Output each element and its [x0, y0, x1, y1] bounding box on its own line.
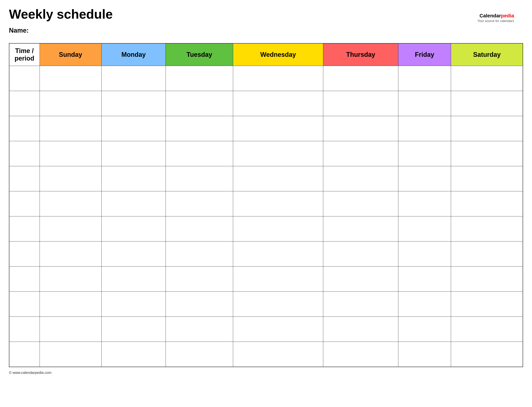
schedule-cell[interactable]: [166, 91, 233, 116]
schedule-cell[interactable]: [323, 66, 398, 91]
schedule-cell[interactable]: [398, 66, 451, 91]
schedule-cell[interactable]: [39, 141, 102, 166]
schedule-cell[interactable]: [39, 342, 102, 367]
schedule-cell[interactable]: [233, 191, 323, 216]
schedule-cell[interactable]: [451, 191, 523, 216]
schedule-cell[interactable]: [233, 317, 323, 342]
schedule-cell[interactable]: [323, 166, 398, 191]
schedule-cell[interactable]: [39, 292, 102, 317]
table-row: [9, 292, 523, 317]
schedule-cell[interactable]: [398, 342, 451, 367]
schedule-cell[interactable]: [102, 242, 166, 266]
schedule-cell[interactable]: [323, 342, 398, 367]
schedule-cell[interactable]: [398, 216, 451, 242]
schedule-cell[interactable]: [102, 116, 166, 141]
schedule-cell[interactable]: [451, 317, 523, 342]
schedule-cell[interactable]: [102, 166, 166, 191]
schedule-cell[interactable]: [451, 91, 523, 116]
schedule-cell[interactable]: [233, 216, 323, 242]
schedule-cell[interactable]: [323, 216, 398, 242]
time-cell[interactable]: [9, 166, 39, 191]
schedule-cell[interactable]: [166, 216, 233, 242]
time-cell[interactable]: [9, 66, 39, 91]
schedule-cell[interactable]: [323, 191, 398, 216]
time-cell[interactable]: [9, 141, 39, 166]
schedule-cell[interactable]: [102, 91, 166, 116]
time-cell[interactable]: [9, 242, 39, 266]
schedule-cell[interactable]: [39, 317, 102, 342]
schedule-cell[interactable]: [233, 166, 323, 191]
time-cell[interactable]: [9, 266, 39, 292]
schedule-cell[interactable]: [451, 166, 523, 191]
schedule-cell[interactable]: [102, 191, 166, 216]
time-cell[interactable]: [9, 317, 39, 342]
schedule-cell[interactable]: [166, 242, 233, 266]
schedule-cell[interactable]: [233, 66, 323, 91]
schedule-cell[interactable]: [166, 317, 233, 342]
schedule-cell[interactable]: [398, 266, 451, 292]
schedule-cell[interactable]: [451, 216, 523, 242]
schedule-cell[interactable]: [451, 342, 523, 367]
schedule-cell[interactable]: [166, 342, 233, 367]
schedule-cell[interactable]: [166, 166, 233, 191]
schedule-cell[interactable]: [451, 242, 523, 266]
table-row: [9, 141, 523, 166]
schedule-cell[interactable]: [39, 91, 102, 116]
schedule-cell[interactable]: [398, 317, 451, 342]
schedule-cell[interactable]: [166, 116, 233, 141]
schedule-cell[interactable]: [102, 266, 166, 292]
schedule-cell[interactable]: [166, 66, 233, 91]
schedule-cell[interactable]: [233, 292, 323, 317]
schedule-cell[interactable]: [451, 292, 523, 317]
schedule-cell[interactable]: [39, 66, 102, 91]
schedule-cell[interactable]: [233, 141, 323, 166]
schedule-cell[interactable]: [166, 191, 233, 216]
time-cell[interactable]: [9, 91, 39, 116]
schedule-cell[interactable]: [323, 242, 398, 266]
schedule-cell[interactable]: [233, 342, 323, 367]
schedule-cell[interactable]: [323, 141, 398, 166]
table-row: [9, 166, 523, 191]
schedule-cell[interactable]: [451, 66, 523, 91]
schedule-cell[interactable]: [451, 141, 523, 166]
schedule-cell[interactable]: [451, 116, 523, 141]
time-cell[interactable]: [9, 191, 39, 216]
schedule-cell[interactable]: [398, 116, 451, 141]
schedule-cell[interactable]: [102, 141, 166, 166]
schedule-cell[interactable]: [323, 292, 398, 317]
schedule-cell[interactable]: [233, 116, 323, 141]
time-cell[interactable]: [9, 292, 39, 317]
time-cell[interactable]: [9, 342, 39, 367]
schedule-cell[interactable]: [39, 216, 102, 242]
schedule-cell[interactable]: [166, 141, 233, 166]
schedule-cell[interactable]: [39, 166, 102, 191]
schedule-cell[interactable]: [398, 242, 451, 266]
schedule-cell[interactable]: [398, 141, 451, 166]
schedule-cell[interactable]: [166, 292, 233, 317]
schedule-cell[interactable]: [398, 191, 451, 216]
schedule-cell[interactable]: [398, 166, 451, 191]
schedule-cell[interactable]: [102, 66, 166, 91]
schedule-cell[interactable]: [323, 266, 398, 292]
schedule-cell[interactable]: [323, 116, 398, 141]
time-cell[interactable]: [9, 116, 39, 141]
time-cell[interactable]: [9, 216, 39, 242]
schedule-cell[interactable]: [398, 91, 451, 116]
schedule-cell[interactable]: [233, 242, 323, 266]
schedule-cell[interactable]: [39, 242, 102, 266]
schedule-cell[interactable]: [102, 342, 166, 367]
schedule-cell[interactable]: [233, 266, 323, 292]
schedule-cell[interactable]: [233, 91, 323, 116]
sunday-header: Sunday: [39, 43, 102, 66]
schedule-cell[interactable]: [166, 266, 233, 292]
schedule-cell[interactable]: [39, 266, 102, 292]
schedule-cell[interactable]: [451, 266, 523, 292]
schedule-cell[interactable]: [398, 292, 451, 317]
schedule-cell[interactable]: [39, 116, 102, 141]
schedule-cell[interactable]: [102, 317, 166, 342]
schedule-cell[interactable]: [102, 292, 166, 317]
schedule-cell[interactable]: [323, 317, 398, 342]
schedule-cell[interactable]: [102, 216, 166, 242]
schedule-cell[interactable]: [39, 191, 102, 216]
schedule-cell[interactable]: [323, 91, 398, 116]
